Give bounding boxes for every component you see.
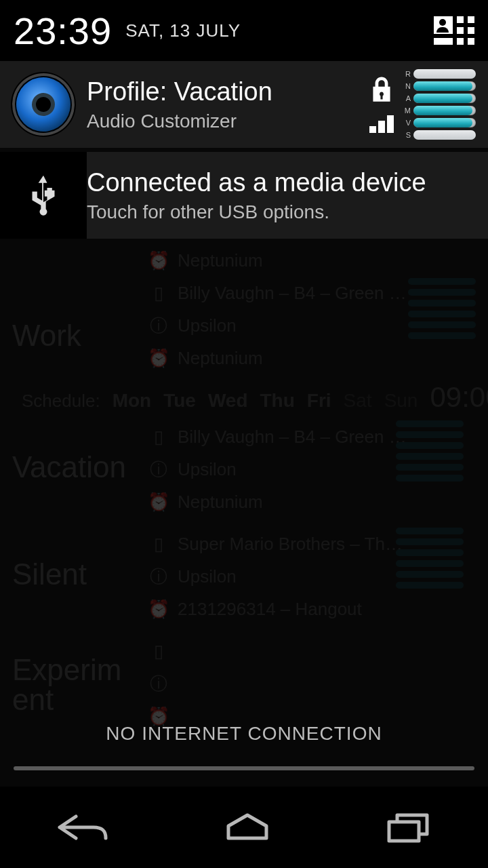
quick-settings-icon[interactable] — [434, 16, 474, 45]
profile-name-work: Work — [12, 312, 81, 359]
bg-row-text: Super Mario Brothers – Theme… — [178, 534, 408, 555]
schedule-day: Fri — [307, 390, 331, 412]
notification-title: Profile: Vacation — [87, 77, 358, 106]
bg-row-text: 2131296314 – Hangout — [178, 599, 362, 620]
schedule-day: Sun — [384, 390, 418, 412]
bg-row-text: Upsilon — [178, 566, 237, 587]
bg-row-text: Billy Vaughn – B4 – Green Grass… — [178, 427, 408, 448]
bg-row-text: Upsilon — [178, 459, 237, 480]
alarm-icon: ⏰ — [148, 250, 169, 271]
vol-label: N — [404, 82, 411, 90]
home-button[interactable] — [220, 811, 274, 844]
vol-label: M — [404, 106, 411, 115]
usb-icon — [28, 175, 58, 216]
notification-usb[interactable]: Connected as a media device Touch for ot… — [0, 152, 488, 239]
profile-name-experiment: Experiment — [12, 648, 121, 722]
notification-shade: Profile: Vacation Audio Customizer R N A… — [0, 61, 488, 239]
phone-icon: ▯ — [148, 283, 169, 304]
shade-handle[interactable] — [14, 766, 474, 770]
phone-icon: ▯ — [148, 427, 169, 448]
info-icon: ⓘ — [148, 458, 169, 481]
status-time: 23:39 — [14, 9, 112, 53]
profile-name-vacation: Vacation — [12, 443, 126, 491]
info-icon: ⓘ — [148, 672, 169, 696]
recents-button[interactable] — [381, 811, 435, 844]
notification-title: Connected as a media device — [87, 168, 477, 197]
statusbar: 23:39 SAT, 13 JULY — [0, 0, 488, 61]
audio-widget-cluster: R N A M V S — [369, 69, 488, 140]
schedule-label: Schedule: — [22, 391, 100, 412]
schedule-row: Schedule: Mon Tue Wed Thu Fri Sat Sun 09… — [12, 374, 476, 420]
back-button[interactable] — [53, 811, 114, 844]
status-date: SAT, 13 JULY — [125, 20, 241, 41]
vol-label: R — [404, 70, 411, 78]
profile-name-silent: Silent — [12, 551, 87, 598]
vol-label: S — [404, 131, 411, 139]
schedule-day: Wed — [208, 390, 248, 412]
bg-row-text: Neptunium — [178, 250, 263, 271]
alarm-icon: ⏰ — [148, 492, 169, 513]
info-icon: ⓘ — [148, 565, 169, 589]
alarm-icon: ⏰ — [148, 348, 169, 369]
schedule-day: Tue — [163, 390, 196, 412]
vol-label: V — [404, 119, 411, 127]
notification-subtitle: Audio Customizer — [87, 111, 358, 132]
info-icon: ⓘ — [148, 314, 169, 338]
schedule-day: Thu — [260, 390, 295, 412]
volume-bars: R N A M V S — [404, 69, 476, 140]
notification-subtitle: Touch for other USB options. — [87, 201, 477, 223]
schedule-day: Mon — [113, 390, 152, 412]
alarm-icon: ⏰ — [148, 599, 169, 620]
bg-row-text: Neptunium — [178, 348, 263, 369]
bg-row-text: Neptunium — [178, 492, 263, 513]
navigation-bar — [0, 787, 488, 868]
phone-icon: ▯ — [148, 641, 169, 662]
vol-label: A — [404, 94, 411, 102]
bg-row-text: Upsilon — [178, 315, 237, 336]
notification-audio-profile[interactable]: Profile: Vacation Audio Customizer R N A… — [0, 61, 488, 148]
phone-icon: ▯ — [148, 534, 169, 555]
schedule-time: 09:00 — [430, 381, 488, 414]
schedule-day: Sat — [344, 390, 372, 412]
signal-steps-icon — [369, 113, 394, 133]
bg-row-text: Billy Vaughn – B4 – Green Grass… — [178, 283, 408, 304]
no-internet-banner: NO INTERNET CONNECTION — [0, 723, 488, 745]
lock-icon — [369, 76, 394, 106]
speaker-icon — [0, 61, 87, 148]
